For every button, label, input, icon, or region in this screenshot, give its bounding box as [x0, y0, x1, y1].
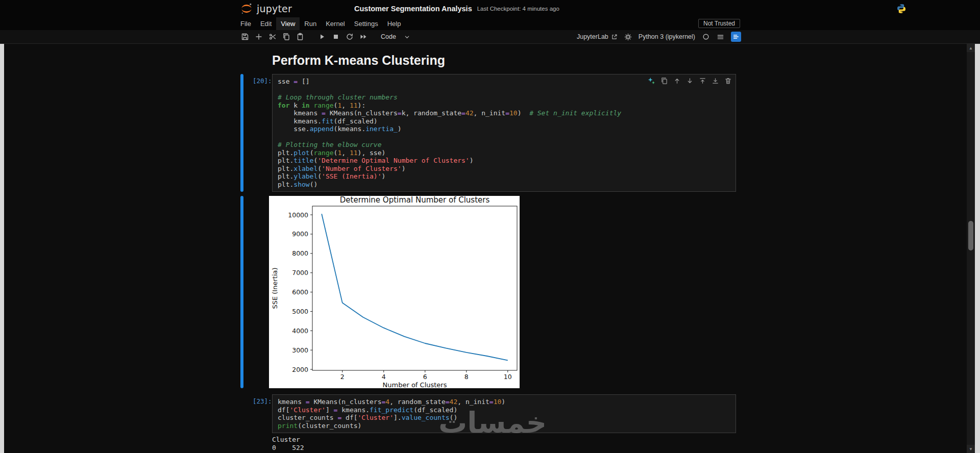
execution-count: [20]: — [243, 74, 272, 192]
code-line[interactable]: plt.plot(range(1, 11), sse) — [278, 149, 730, 157]
code-line[interactable]: cluster_counts = df['Cluster'].value_cou… — [278, 414, 730, 422]
svg-text:2: 2 — [340, 373, 345, 381]
code-line[interactable]: for k in range(1, 11): — [278, 102, 730, 110]
title-group: Customer Segmentation Analysis Last Chec… — [354, 0, 559, 17]
code-line[interactable]: kmeans = KMeans(n_clusters=4, random_sta… — [278, 398, 730, 406]
code-line[interactable] — [278, 133, 730, 141]
cell-type-value: Code — [381, 33, 396, 40]
fast-forward-icon — [359, 33, 368, 41]
scrollbar-up-arrow[interactable]: ▲ — [967, 44, 975, 52]
jupyterlab-link[interactable]: JupyterLab — [577, 33, 618, 40]
svg-text:Determine Optimal Number of Cl: Determine Optimal Number of Clusters — [340, 196, 490, 205]
run-all-cells-button[interactable] — [359, 33, 368, 41]
interrupt-kernel-button[interactable] — [331, 33, 340, 41]
kernel-settings-button[interactable] — [624, 33, 632, 41]
restart-kernel-button[interactable] — [345, 33, 354, 41]
code-lines: sse = [] # Loop through cluster numbersf… — [278, 78, 730, 188]
copy-cells-button[interactable] — [282, 33, 290, 41]
insert-below-icon — [712, 77, 719, 85]
notebook-title[interactable]: Customer Segmentation Analysis — [354, 5, 472, 13]
code-line[interactable]: # Loop through cluster numbers — [278, 93, 730, 102]
cut-cells-button[interactable] — [268, 33, 277, 41]
insert-cell-above-button[interactable] — [698, 76, 707, 85]
delete-cell-button[interactable] — [723, 76, 732, 85]
code-lines: kmeans = KMeans(n_clusters=4, random_sta… — [278, 398, 730, 430]
sparkle-icon — [647, 77, 655, 85]
svg-text:4: 4 — [382, 373, 386, 381]
scrollbar-down-arrow[interactable]: ▼ — [967, 445, 975, 453]
toolbar-left: Code — [240, 30, 412, 43]
code-line[interactable]: # Plotting the elbow curve — [278, 141, 730, 149]
duplicate-cell-button[interactable] — [659, 76, 669, 85]
jupyter-brand[interactable]: jupyter — [240, 0, 292, 17]
svg-text:3000: 3000 — [292, 346, 308, 354]
kernel-idle-circle-icon — [702, 33, 709, 40]
menu-file[interactable]: File — [236, 17, 256, 30]
insert-above-icon — [699, 77, 706, 85]
code-line[interactable]: plt.ylabel('SSE (Inertia)') — [278, 172, 730, 181]
menu-run[interactable]: Run — [300, 17, 321, 30]
menu-view[interactable]: View — [276, 17, 300, 30]
chevron-down-icon — [404, 34, 410, 40]
copy-icon — [282, 33, 290, 41]
code-line[interactable]: df['Cluster'] = kmeans.fit_predict(df_sc… — [278, 406, 730, 414]
scissors-icon — [268, 33, 277, 41]
run-cell-button[interactable] — [317, 33, 326, 41]
notebook-scrollbar[interactable]: ▲ ▼ — [967, 44, 975, 453]
save-button[interactable] — [240, 33, 249, 41]
hamburger-icon — [717, 33, 724, 41]
move-cell-down-button[interactable] — [685, 76, 694, 85]
jupyter-logo-icon — [240, 3, 253, 15]
code-editor[interactable]: kmeans = KMeans(n_clusters=4, random_sta… — [272, 394, 736, 433]
elbow-plot: 2468102000300040005000600070008000900010… — [269, 196, 520, 388]
insert-cell-below-button[interactable] — [710, 76, 720, 85]
code-line[interactable] — [278, 86, 730, 94]
duplicate-icon — [660, 77, 668, 85]
output-line: Cluster — [272, 436, 736, 444]
magic-wand-button[interactable] — [647, 76, 656, 85]
code-line[interactable]: plt.title('Determine Optimal Number of C… — [278, 157, 730, 165]
svg-text:10000: 10000 — [288, 211, 308, 219]
svg-text:2000: 2000 — [292, 366, 308, 373]
menu-help[interactable]: Help — [383, 17, 406, 30]
code-line[interactable]: sse.append(kmeans.inertia_) — [278, 125, 730, 133]
move-down-icon — [686, 77, 694, 85]
table-of-contents-button[interactable] — [731, 32, 741, 42]
plus-icon — [255, 33, 263, 41]
code-editor[interactable]: sse = [] # Loop through cluster numbersf… — [272, 74, 736, 192]
svg-text:10: 10 — [504, 373, 512, 381]
markdown-heading[interactable]: Perform K-means Clustering — [272, 53, 736, 68]
kernel-name[interactable]: Python 3 (ipykernel) — [639, 33, 695, 40]
trust-status-badge[interactable]: Not Trusted — [698, 19, 740, 28]
menu-kernel[interactable]: Kernel — [321, 17, 350, 30]
gear-icon — [624, 33, 632, 41]
view-list-button[interactable] — [716, 33, 725, 41]
cell-output-text: Cluster0 5221 — [272, 436, 736, 453]
run-icon — [318, 33, 326, 41]
code-line[interactable]: print(cluster_counts) — [278, 422, 730, 430]
svg-text:8000: 8000 — [292, 249, 308, 257]
cell-input-row: [20]: sse = [] # Loop through cluster nu… — [240, 74, 736, 192]
svg-text:5000: 5000 — [292, 308, 308, 315]
notebook: Perform K-means Clustering [20]: sse = [… — [240, 44, 736, 453]
code-line[interactable]: plt.show() — [278, 181, 730, 189]
external-link-icon — [611, 34, 618, 40]
menu-items: File Edit View Run Kernel Settings Help — [236, 17, 405, 30]
stop-icon — [332, 33, 340, 41]
move-cell-up-button[interactable] — [672, 76, 681, 85]
scrollbar-thumb[interactable] — [968, 221, 973, 250]
notebook-scroll-area[interactable]: Perform K-means Clustering [20]: sse = [… — [0, 44, 980, 453]
code-line[interactable]: kmeans.fit(df_scaled) — [278, 117, 730, 125]
cell-type-dropdown[interactable]: Code — [379, 32, 412, 41]
menu-edit[interactable]: Edit — [256, 17, 276, 30]
svg-text:6: 6 — [423, 373, 427, 381]
code-cell-20: [20]: sse = [] # Loop through cluster nu… — [240, 74, 736, 388]
kernel-status-icon[interactable] — [701, 33, 710, 41]
code-line[interactable]: kmeans = KMeans(n_clusters=k, random_sta… — [278, 109, 730, 117]
menu-settings[interactable]: Settings — [350, 17, 383, 30]
insert-cell-button[interactable] — [254, 33, 263, 41]
code-line[interactable]: plt.xlabel('Number of Clusters') — [278, 165, 730, 173]
move-up-icon — [673, 77, 681, 85]
paste-cells-button[interactable] — [296, 33, 304, 41]
code-cell-23: [23]: kmeans = KMeans(n_clusters=4, rand… — [240, 394, 736, 453]
